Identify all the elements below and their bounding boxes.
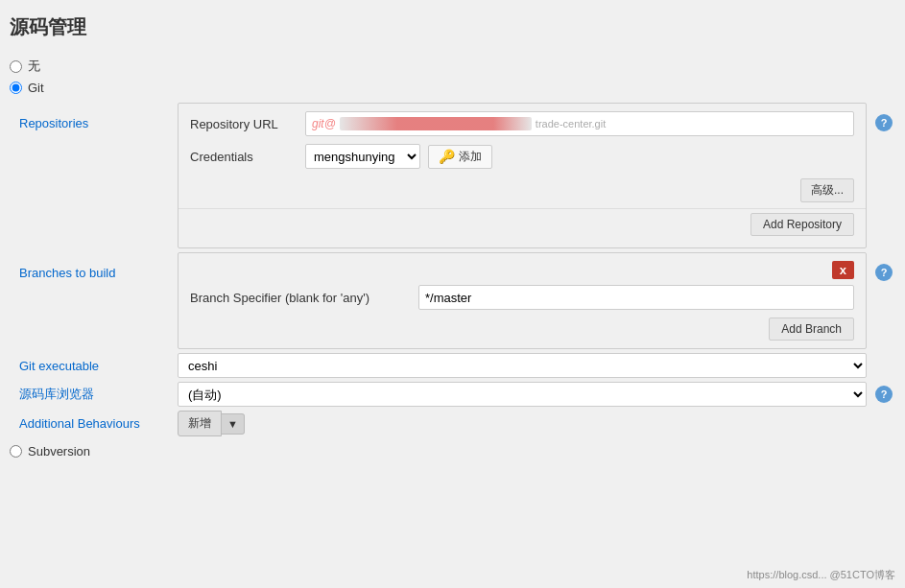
git-executable-label: Git executable xyxy=(10,359,178,373)
radio-git[interactable] xyxy=(10,82,22,94)
repositories-help-col: ? xyxy=(867,103,895,131)
url-suffix: trade-center.git xyxy=(536,118,606,129)
url-redacted-bar xyxy=(340,117,532,130)
radio-subversion[interactable] xyxy=(10,445,22,458)
branch-specifier-input[interactable] xyxy=(418,285,854,310)
chevron-down-icon: ▼ xyxy=(227,418,238,430)
repo-url-label: Repository URL xyxy=(190,117,305,131)
add-cred-label: 添加 xyxy=(459,149,482,165)
radio-git-row: Git xyxy=(10,81,895,95)
repositories-help-icon[interactable]: ? xyxy=(875,114,893,131)
radio-none[interactable] xyxy=(10,60,22,73)
additional-controls: 新增 ▼ xyxy=(178,411,245,436)
branches-label: Branches to build xyxy=(10,252,178,280)
add-repository-button[interactable]: Add Repository xyxy=(750,213,854,236)
page-title: 源码管理 xyxy=(10,14,895,40)
browser-help-icon[interactable]: ? xyxy=(875,386,893,403)
radio-subversion-label: Subversion xyxy=(28,444,90,459)
radio-git-label: Git xyxy=(28,81,44,95)
main-container: 源码管理 无 Git Repositories Repository URL g… xyxy=(0,0,905,473)
browser-help-col: ? xyxy=(867,386,895,403)
repositories-section: Repository URL git@ trade-center.git Cre… xyxy=(178,103,867,248)
branch-specifier-label: Branch Specifier (blank for 'any') xyxy=(190,291,411,305)
additional-label: Additional Behaviours xyxy=(10,416,178,431)
branches-help-icon[interactable]: ? xyxy=(875,264,893,281)
radio-none-row: 无 xyxy=(10,58,895,75)
subversion-row: Subversion xyxy=(10,444,895,459)
browser-select[interactable]: (自动) githubweb gitblit xyxy=(178,382,867,407)
branches-section: x Branch Specifier (blank for 'any') Add… xyxy=(178,252,867,349)
git-executable-select[interactable]: ceshi Default git xyxy=(178,353,867,378)
new-behaviour-dropdown-arrow[interactable]: ▼ xyxy=(222,413,245,435)
credentials-controls: mengshunying - 无 - 🔑 添加 xyxy=(305,144,492,169)
credentials-select[interactable]: mengshunying - 无 - xyxy=(305,144,420,169)
credentials-label: Credentials xyxy=(190,150,305,164)
repositories-label: Repositories xyxy=(10,103,178,130)
new-behaviour-button[interactable]: 新增 xyxy=(178,411,222,436)
browser-label: 源码库浏览器 xyxy=(10,386,178,403)
radio-none-label: 无 xyxy=(28,58,40,75)
key-icon: 🔑 xyxy=(439,149,455,164)
branches-help-col: ? xyxy=(867,252,895,281)
footer-watermark: https://blog.csd... @51CTO博客 xyxy=(747,568,895,582)
delete-branch-button[interactable]: x xyxy=(832,261,854,279)
add-credentials-button[interactable]: 🔑 添加 xyxy=(428,145,492,169)
url-redacted-prefix: git@ xyxy=(312,117,336,130)
add-branch-button[interactable]: Add Branch xyxy=(769,318,854,341)
repo-url-field-container: git@ trade-center.git xyxy=(305,111,854,136)
advanced-button[interactable]: 高级... xyxy=(800,178,854,202)
